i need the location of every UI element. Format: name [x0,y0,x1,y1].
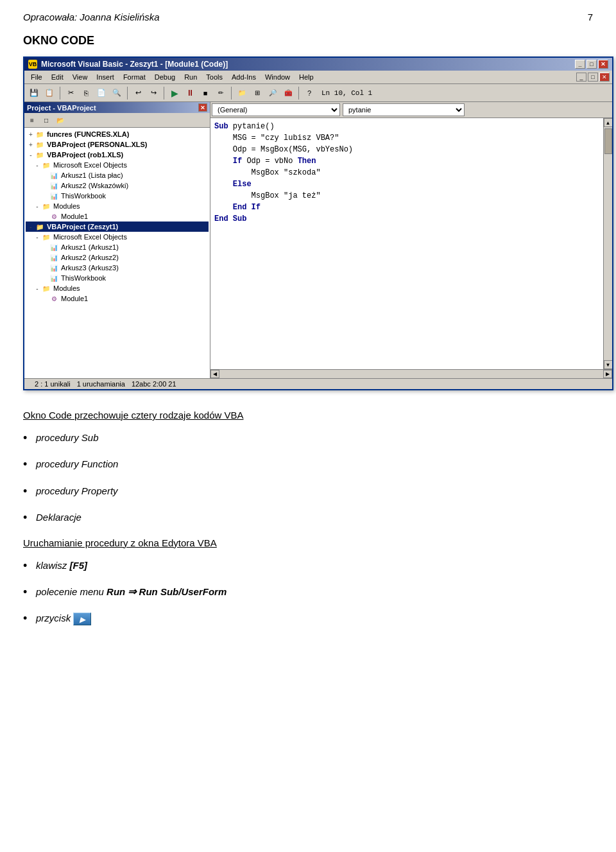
toolbar-redo-btn[interactable]: ↪ [146,86,160,100]
tree-item-zeszyt1[interactable]: - 📁 VBAProject (Zeszyt1) [26,222,209,232]
tree-item-personal[interactable]: + 📁 VBAProject (PERSONAL.XLS) [26,139,209,150]
proj-view-obj-btn[interactable]: □ [40,114,53,126]
menu-window[interactable]: Window [261,72,294,82]
inner-minimize-button[interactable]: _ [576,73,586,82]
vbe-titlebar-buttons[interactable]: _ □ ✕ [575,60,608,69]
label-arkusz2-wsk: Arkusz2 (Wskazówki) [61,182,128,189]
tree-item-modules-z1[interactable]: - 📁 Modules [26,283,209,293]
menu-edit[interactable]: Edit [47,72,67,82]
tree-item-rob1[interactable]: - 📁 VBAProject (rob1.XLS) [26,150,209,160]
menu-tools[interactable]: Tools [202,72,227,82]
tree-item-funcres[interactable]: + 📁 funcres (FUNCRES.XLA) [26,129,209,139]
minimize-button[interactable]: _ [575,60,585,69]
menu-debug[interactable]: Debug [151,72,179,82]
code-line-2: MSG = "czy lubisz VBA?" [214,132,599,144]
toolbar-proj-btn[interactable]: 📁 [235,86,249,100]
bullet-item-deklaracje: • Deklaracje [23,510,593,525]
tree-item-modules-rob1[interactable]: - 📁 Modules [26,201,209,211]
bullet-item-sub: • procedury Sub [23,431,593,446]
expand-rob1[interactable]: - [27,152,35,159]
tree-item-excel-objects-rob1[interactable]: - 📁 Microsoft Excel Objects [26,160,209,170]
expand-modules-z1[interactable]: - [33,285,41,292]
toolbar-undo-btn[interactable]: ↩ [131,86,145,100]
toolbar-reset-btn[interactable]: ■ [198,86,212,100]
toolbar-run-btn[interactable]: ▶ [167,86,182,100]
scroll-down-arrow[interactable]: ▼ [604,360,613,369]
inner-restore-button[interactable]: □ [588,73,598,82]
close-button[interactable]: ✕ [598,60,608,69]
toolbar-toolbox-btn[interactable]: 🧰 [281,86,295,100]
label-arkusz1-z1: Arkusz1 (Arkusz1) [61,243,119,251]
page-author: Opracowała: Joanna Kisielińska [23,12,160,22]
toolbar-help-btn[interactable]: ? [302,86,316,100]
bullet-dot-4: • [23,510,36,525]
scroll-thumb[interactable] [604,128,612,154]
code-proc-dropdown[interactable]: pytanie [343,103,465,116]
toolbar-props-btn[interactable]: ⊞ [250,86,264,100]
toolbar-design-btn[interactable]: ✏ [214,86,228,100]
icon-modules-z1: 📁 [41,284,51,293]
tree-item-thiswb-z1[interactable]: 📊 ThisWorkbook [26,273,209,283]
expand-personal[interactable]: + [27,141,35,148]
expand-zeszyt1[interactable]: - [27,223,35,230]
toolbar-sep-5 [298,87,299,100]
menu-help[interactable]: Help [295,72,318,82]
expand-modules-rob1[interactable]: - [33,203,41,210]
scroll-left-arrow[interactable]: ◀ [210,370,219,378]
toolbar-paste-btn[interactable]: 📄 [94,86,108,100]
toolbar-cut-btn[interactable]: ✂ [64,86,78,100]
toolbar-find-btn[interactable]: 🔍 [110,86,124,100]
bullet-text-sub: procedury Sub [36,431,99,444]
tree-item-thiswb-rob1[interactable]: 📊 ThisWorkbook [26,191,209,201]
project-tree: + 📁 funcres (FUNCRES.XLA) + 📁 VBAProject… [24,128,210,378]
expand-thiswb-z1 [41,275,49,282]
tree-item-arkusz1-z1[interactable]: 📊 Arkusz1 (Arkusz1) [26,242,209,252]
icon-arkusz1-lista: 📊 [49,171,59,180]
toolbar-copy-btn[interactable]: ⎘ [79,86,93,100]
menu-file[interactable]: File [27,72,46,82]
menu-insert[interactable]: Insert [92,72,118,82]
icon-module1-z1: ⚙ [49,294,59,303]
proj-toggle-btn[interactable]: 📂 [54,114,67,126]
tree-item-excel-objects-z1[interactable]: - 📁 Microsoft Excel Objects [26,232,209,242]
tree-item-module1-z1[interactable]: ⚙ Module1 [26,293,209,304]
code-scrollbar-vertical[interactable]: ▲ ▼ [603,118,612,369]
vbe-project-panel: Project - VBAProject ✕ ≡ □ 📂 + 📁 funcres… [24,102,210,378]
icon-funcres: 📁 [35,130,45,139]
tree-item-arkusz1-lista[interactable]: 📊 Arkusz1 (Lista płac) [26,170,209,180]
menu-run[interactable]: Run [180,72,201,82]
icon-arkusz2-wsk: 📊 [49,181,59,190]
menu-addins[interactable]: Add-Ins [228,72,260,82]
expand-funcres[interactable]: + [27,131,35,138]
tree-item-arkusz2-wsk[interactable]: 📊 Arkusz2 (Wskazówki) [26,180,209,191]
toolbar-objbr-btn[interactable]: 🔎 [266,86,280,100]
bullet-dot-3: • [23,484,36,499]
toolbar-break-btn[interactable]: ⏸ [183,86,197,100]
sub-section-heading: Uruchamianie procedury z okna Edytora VB… [23,537,593,548]
maximize-button[interactable]: □ [586,60,597,69]
toolbar-insert-btn[interactable]: 📋 [42,86,56,100]
proj-view-code-btn[interactable]: ≡ [26,114,38,126]
inner-close-button[interactable]: ✕ [599,73,610,82]
icon-thiswb-z1: 📊 [49,274,59,283]
bullet-text-f5: klawisz [F5] [36,559,87,572]
bullet-dot-5: • [23,559,36,573]
code-object-dropdown[interactable]: (General) [212,103,340,116]
menu-view[interactable]: View [69,72,92,82]
tree-item-arkusz3-z1[interactable]: 📊 Arkusz3 (Arkusz3) [26,263,209,273]
scroll-right-arrow[interactable]: ▶ [603,370,612,378]
code-editor[interactable]: Sub pytanie() MSG = "czy lubisz VBA?" Od… [210,118,603,369]
project-panel-close[interactable]: ✕ [198,103,207,112]
expand-excel-obj-z1[interactable]: - [33,234,41,241]
bullet-text-button: przycisk ▶ [36,611,91,625]
tree-item-arkusz2-z1[interactable]: 📊 Arkusz2 (Arkusz2) [26,252,209,263]
project-panel-title: Project - VBAProject [27,104,96,112]
tree-item-module1-rob1[interactable]: ⚙ Module1 [26,211,209,222]
code-scrollbar-horizontal[interactable]: ◀ ▶ [210,369,612,378]
toolbar-save-btn[interactable]: 💾 [27,86,41,100]
scroll-up-arrow[interactable]: ▲ [604,118,613,127]
expand-excel-obj-rob1[interactable]: - [33,162,41,169]
label-module1-z1: Module1 [61,295,88,302]
run-toolbar-button[interactable]: ▶ [73,613,91,625]
menu-format[interactable]: Format [119,72,150,82]
